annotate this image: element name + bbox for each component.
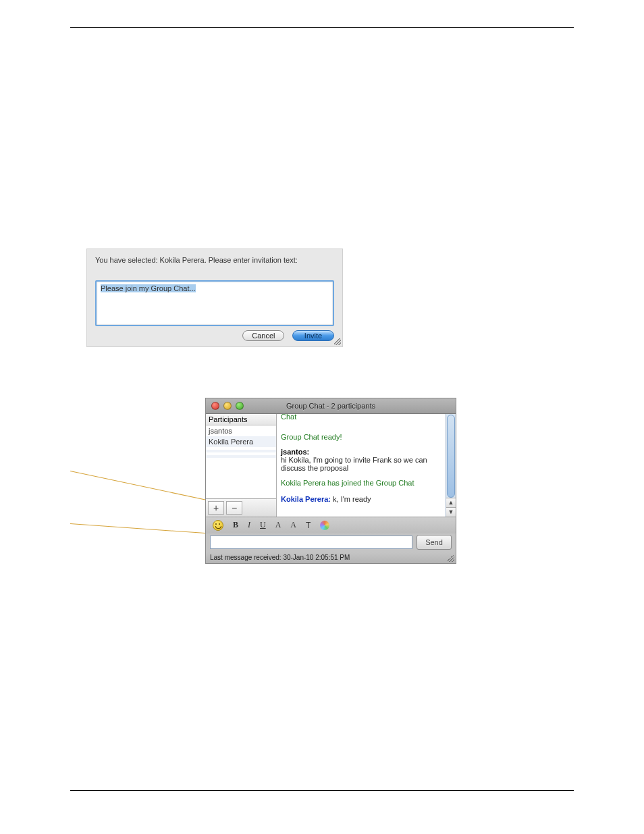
bullet-3: • In the contact list, right-click on a …: [86, 690, 574, 702]
send-button[interactable]: Send: [417, 535, 452, 550]
chat-body-text: k, I'm ready: [331, 495, 371, 503]
dialog-prompt: You have selected: Kokila Perera. Please…: [95, 256, 334, 264]
close-icon[interactable]: [211, 402, 219, 410]
cancel-button[interactable]: Cancel: [242, 330, 284, 341]
step-6-label: 6.: [86, 360, 94, 370]
chat-message: jsantos: hi Kokila, I'm going to invite …: [281, 448, 443, 472]
participants-list: jsantos Kokila Perera: [206, 425, 276, 498]
resize-grip-icon: [448, 555, 454, 562]
list-item: jsantos: [206, 425, 276, 436]
chat-message: Kokila Perera: k, I'm ready: [281, 495, 443, 503]
annot-format-line: [70, 523, 215, 534]
minimize-icon[interactable]: [223, 402, 232, 410]
chat-body-text: hi Kokila, I'm going to invite Frank so …: [281, 456, 427, 472]
step-7-text: The messages you have sent (jsantos, in …: [86, 378, 574, 390]
bullet-1-text: Click the + button.: [92, 652, 162, 662]
step-8-text: To invite more participants, click the +…: [86, 575, 571, 598]
chat-header: Chat: [281, 414, 443, 421]
chat-scrollbar[interactable]: ▲ ▼: [446, 414, 456, 517]
chat-transcript: Chat Group Chat ready! jsantos: hi Kokil…: [277, 414, 446, 517]
italic-button[interactable]: I: [248, 520, 250, 530]
system-ready-message: Group Chat ready!: [281, 433, 443, 441]
invitation-text-input[interactable]: Please join my Group Chat...: [95, 280, 334, 326]
resize-grip-icon: [334, 338, 341, 345]
step-8-label: 7.: [86, 575, 94, 585]
footer-rule: [70, 790, 574, 791]
chat-sender: jsantos:: [281, 448, 309, 456]
bullet-3-text: In the contact list, right-click on a co…: [92, 691, 381, 701]
bullet-1: • Click the + button.: [86, 652, 574, 664]
decrease-size-button[interactable]: A: [275, 520, 281, 530]
participants-header: Participants: [206, 414, 276, 425]
status-bar: Last message received: 30-Jan-10 2:05:51…: [206, 552, 456, 563]
underline-button[interactable]: U: [260, 520, 266, 530]
zoom-icon[interactable]: [236, 402, 244, 410]
emoji-icon[interactable]: [213, 520, 223, 531]
header-product: Bria 3 for Mac User Guide – Retail Deplo…: [70, 14, 229, 22]
list-item: [206, 455, 276, 458]
header-section: Using Bria: [539, 14, 574, 22]
remove-participant-button[interactable]: −: [226, 501, 242, 515]
color-button[interactable]: [320, 521, 329, 530]
format-toolbar: B I U A A T: [206, 517, 456, 533]
chat-sender: Kokila Perera:: [281, 495, 331, 503]
bullet-2-text: Drag a contact from the contact list int…: [92, 672, 329, 682]
font-button[interactable]: T: [306, 521, 311, 530]
add-participant-button[interactable]: +: [208, 501, 224, 515]
step-6-text: Click invite.: [96, 360, 140, 370]
group-chat-window: Group Chat - 2 participants Participants…: [205, 398, 456, 564]
bullet-2: • Drag a contact from the contact list i…: [86, 671, 574, 683]
bold-button[interactable]: B: [233, 520, 238, 530]
window-titlebar: Group Chat - 2 participants: [206, 398, 456, 414]
message-input[interactable]: [210, 536, 412, 549]
join-notice: Kokila Perera has joined the Group Chat: [281, 479, 443, 487]
step-5-label: 5.: [86, 48, 94, 58]
scroll-up-icon[interactable]: ▲: [446, 498, 456, 507]
annot-add-line: [70, 471, 215, 502]
increase-size-button[interactable]: A: [290, 520, 296, 530]
list-item: Kokila Perera: [206, 436, 276, 447]
step-6: 6. Click invite.: [86, 359, 574, 371]
step-5-text: The following prompt appears:: [96, 48, 214, 58]
invitation-default-text: Please join my Group Chat...: [101, 284, 196, 292]
para-three-ways: There are three ways to invite more peop…: [70, 633, 574, 645]
step-8: 7. To invite more participants, click th…: [86, 575, 574, 599]
step-5: 5. The following prompt appears:: [86, 47, 574, 59]
invite-button[interactable]: Invite: [292, 330, 334, 341]
invitation-dialog: You have selected: Kokila Perera. Please…: [86, 249, 343, 347]
scroll-down-icon[interactable]: ▼: [446, 507, 456, 517]
last-message-status: Last message received: 30-Jan-10 2:05:51…: [210, 554, 350, 561]
header-rule: [70, 27, 574, 28]
para-invite-anytime: You can invite more people to the group …: [70, 614, 574, 626]
page-number: 39: [566, 798, 574, 806]
